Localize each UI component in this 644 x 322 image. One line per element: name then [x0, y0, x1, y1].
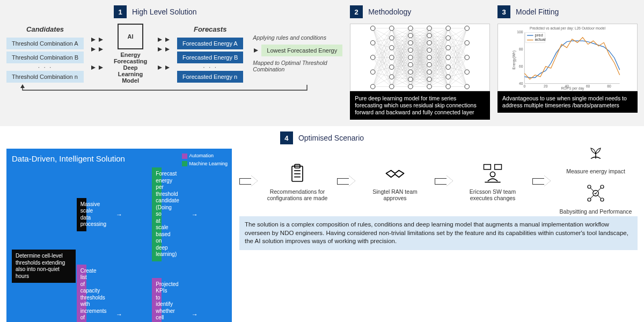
arrows-from-model [157, 38, 171, 70]
svg-point-318 [465, 70, 470, 75]
wf-step-outcomes: Measure energy impact Babysitting and Pe… [558, 140, 633, 222]
workflow-row: Recommendations for configurations are m… [239, 149, 638, 213]
arrow-icon: → [87, 211, 151, 218]
hollow-arrow-icon [239, 177, 258, 185]
svg-point-301 [427, 41, 432, 46]
wf-label-4a: Measure energy impact [566, 168, 625, 175]
badge-1: 1 [114, 5, 127, 18]
svg-point-289 [390, 84, 394, 89]
svg-line-348 [590, 188, 594, 191]
candidate-a: Threshold Combination A [6, 38, 84, 49]
svg-point-302 [427, 48, 432, 53]
svg-line-85 [392, 57, 411, 77]
svg-line-270 [448, 57, 467, 77]
wf-label-3: Ericsson SW team executes changes [460, 188, 525, 202]
badge-3: 3 [497, 5, 510, 18]
svg-line-97 [392, 79, 411, 87]
svg-line-240 [429, 67, 448, 86]
svg-point-279 [371, 41, 376, 46]
mapped-note: Mapped to Optimal Threshold Combination [253, 60, 333, 73]
ai-chip-icon: AI [118, 24, 143, 49]
svg-line-27 [373, 72, 392, 77]
svg-line-253 [448, 28, 467, 48]
svg-line-182 [429, 28, 448, 48]
svg-text:20: 20 [544, 84, 548, 88]
hollow-arrow-icon [435, 177, 453, 185]
plant-growth-icon [583, 140, 609, 166]
svg-point-315 [465, 26, 470, 31]
svg-point-300 [427, 33, 432, 38]
candidate-n: Threshold Combination n [6, 71, 84, 83]
svg-point-316 [465, 41, 470, 46]
svg-text:0: 0 [524, 84, 526, 88]
svg-line-267 [448, 67, 467, 86]
ai-model-label: Energy Forecasting Deep Learning Model [111, 52, 150, 84]
panel-methodology: 2 Methodology Pure deep learning model f… [350, 5, 490, 120]
node-forecast-energy: Forecast energy per threshold candidate … [152, 167, 162, 261]
svg-point-347 [601, 198, 604, 201]
svg-line-263 [448, 28, 467, 67]
node-determine-thresholds: Determine cell-level thresholds extendin… [12, 250, 76, 283]
section-2-title: Methodology [368, 8, 411, 16]
wf-step-recommendations: Recommendations for configurations are m… [265, 160, 330, 202]
svg-rect-339 [484, 164, 491, 169]
ai-model-box: AI Energy Forecasting Deep Learning Mode… [111, 24, 150, 84]
panel-model-fitting: 3 Model Fitting Predicted vs actual per … [497, 5, 638, 120]
badge-2: 2 [350, 5, 363, 18]
svg-point-278 [371, 26, 376, 31]
svg-point-309 [446, 35, 451, 40]
svg-line-80 [392, 67, 411, 86]
svg-point-344 [588, 185, 591, 188]
hollow-arrow-icon [337, 177, 355, 185]
svg-line-3 [373, 28, 392, 48]
methodology-caption: Pure deep learning model for time series… [350, 91, 490, 120]
svg-point-312 [446, 65, 451, 70]
svg-line-187 [429, 28, 448, 36]
legend-automation: Automation [189, 153, 214, 158]
forecasts-column: Forecasts Forecasted Energy A Forecasted… [177, 25, 243, 83]
svg-text:100: 100 [517, 30, 523, 34]
candidates-label: Candidates [6, 25, 84, 33]
svg-point-304 [427, 62, 432, 67]
arrow-icon: → [87, 311, 151, 318]
svg-text:40: 40 [519, 82, 523, 85]
svg-point-319 [465, 84, 470, 89]
svg-point-287 [390, 65, 394, 70]
svg-line-24 [373, 48, 392, 72]
svg-line-209 [429, 38, 448, 57]
svg-line-95 [392, 65, 411, 87]
svg-line-272 [448, 77, 467, 86]
svg-line-269 [448, 43, 467, 77]
section-1-header: 1 High Level Solution [6, 5, 342, 18]
svg-point-311 [446, 55, 451, 60]
svg-point-292 [408, 41, 413, 46]
arrow-icon: → [163, 311, 226, 318]
arrows-to-model [90, 38, 104, 70]
section-4-title: Optimised Scenario [298, 134, 364, 142]
svg-line-201 [429, 28, 448, 50]
svg-point-317 [465, 55, 470, 60]
svg-line-89 [392, 77, 411, 86]
svg-point-291 [408, 33, 413, 38]
forecasts-ellipsis: · · · [177, 65, 243, 69]
svg-line-23 [373, 38, 392, 72]
svg-line-349 [598, 188, 601, 191]
wf-label-2: Singtel RAN team approves [363, 188, 427, 202]
forecast-b: Forecasted Energy B [177, 52, 243, 63]
svg-point-314 [446, 84, 451, 89]
svg-point-293 [408, 48, 413, 53]
svg-point-296 [408, 70, 413, 75]
panel-high-level-solution: 1 High Level Solution Candidates Thresho… [6, 5, 342, 120]
svg-line-181 [429, 28, 448, 38]
chart-title: Predicted vs actual per day: L26 Outdoor… [530, 26, 605, 31]
svg-line-221 [429, 65, 448, 87]
model-fitting-caption: Advantageous to use when single model ne… [497, 91, 638, 113]
svg-line-264 [448, 43, 467, 67]
svg-text:80: 80 [519, 47, 523, 51]
legend-actual: actual [535, 37, 546, 42]
arrow-to-result-icon [254, 48, 258, 53]
svg-point-313 [446, 75, 451, 79]
svg-text:60: 60 [519, 64, 523, 68]
lowest-forecast-result: Lowest Forecasted Energy [261, 45, 342, 56]
svg-point-310 [446, 46, 451, 50]
